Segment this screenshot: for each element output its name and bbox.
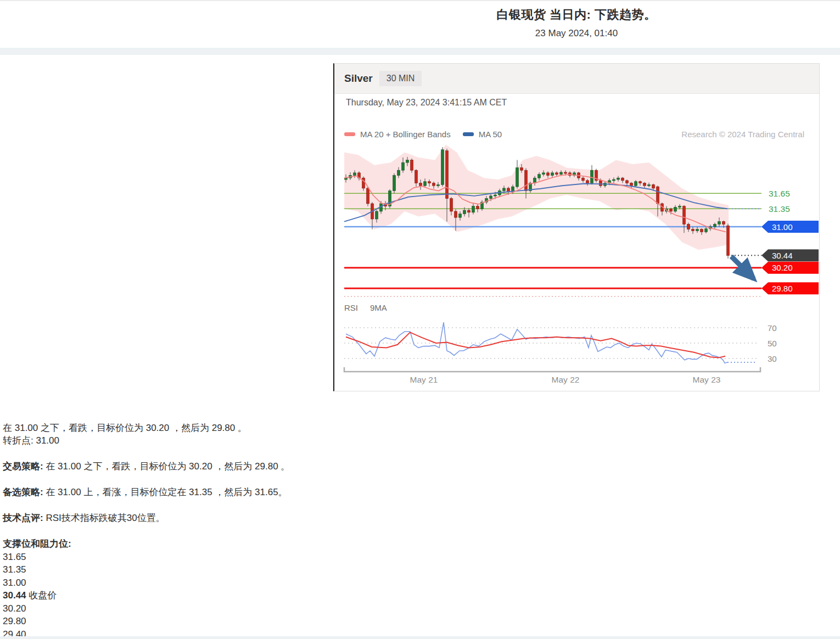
price-chart: 31.6531.3531.0030.4430.2029.80705030May … <box>334 64 821 392</box>
rsi-legend: RSI 9MA <box>344 303 399 312</box>
legend-label: RSI <box>344 303 358 312</box>
level-item-close: 30.44 收盘价 <box>3 589 552 602</box>
interval-badge[interactable]: 30 MIN <box>379 71 422 86</box>
page: 白银现货 当日内: 下跌趋势。 23 May 2024, 01:40 31.65… <box>0 0 840 639</box>
page-title: 白银现货 当日内: 下跌趋势。 <box>333 7 820 23</box>
svg-text:May 23: May 23 <box>693 375 721 384</box>
chart-timestamp: Thursday, May 23, 2024 3:41:15 AM CET <box>346 98 507 108</box>
legend-label: MA 20 + Bollinger Bands <box>360 130 451 139</box>
svg-text:31.00: 31.00 <box>772 222 793 232</box>
ma50-swatch-icon <box>463 132 474 136</box>
svg-text:31.35: 31.35 <box>769 204 790 214</box>
svg-text:30.20: 30.20 <box>772 263 793 272</box>
summary-paragraph: 在 31.00 之下，看跌，目标价位为 30.20 ，然后为 29.80 。转折… <box>3 422 552 447</box>
copyright-text: Research © 2024 Trading Central <box>681 130 804 139</box>
svg-text:30.44: 30.44 <box>772 251 793 260</box>
level-item: 31.00 <box>3 576 552 590</box>
level-item: 31.35 <box>3 563 552 576</box>
svg-text:70: 70 <box>768 323 777 333</box>
trading-strategy: 交易策略: 在 31.00 之下，看跌，目标价位为 30.20 ，然后为 29.… <box>3 460 552 473</box>
level-item: 29.80 <box>3 615 552 628</box>
analysis-text: 在 31.00 之下，看跌，目标价位为 30.20 ，然后为 29.80 。转折… <box>3 422 552 639</box>
technical-comment: 技术点评: RSI技术指标跌破其30位置。 <box>3 512 552 524</box>
chart-card: 31.6531.3531.0030.4430.2029.80705030May … <box>333 63 820 391</box>
svg-text:29.80: 29.80 <box>772 284 793 293</box>
svg-text:May 22: May 22 <box>552 375 580 384</box>
report-header: 白银现货 当日内: 下跌趋势。 23 May 2024, 01:40 <box>333 7 820 39</box>
pivot-line: 转折点: 31.00 <box>3 435 59 446</box>
footer-band <box>0 636 840 639</box>
header-divider <box>0 48 840 55</box>
svg-text:30: 30 <box>768 354 777 363</box>
svg-text:May 21: May 21 <box>410 375 438 384</box>
legend-item-ma20: MA 20 + Bollinger Bands <box>344 130 451 139</box>
legend-item-9ma: 9MA <box>370 303 387 312</box>
svg-text:50: 50 <box>768 339 777 348</box>
alternative-strategy: 备选策略: 在 31.00 上，看涨，目标价位定在 31.35 ，然后为 31.… <box>3 486 552 498</box>
support-resistance-list: 支撑位和阻力位: 31.65 31.35 31.00 30.44 收盘价 30.… <box>3 537 552 639</box>
report-date: 23 May 2024, 01:40 <box>333 28 820 39</box>
legend-item-rsi: RSI <box>344 303 358 312</box>
legend-label: 9MA <box>370 303 387 312</box>
chart-card-header: Silver 30 MIN <box>334 64 819 94</box>
legend-item-ma50: MA 50 <box>463 130 502 139</box>
instrument-name: Silver <box>344 72 373 85</box>
levels-header: 支撑位和阻力位: <box>3 537 552 551</box>
legend-label: MA 50 <box>479 130 502 139</box>
svg-text:31.65: 31.65 <box>769 189 790 198</box>
price-legend: MA 20 + Bollinger Bands MA 50 Research ©… <box>344 130 811 139</box>
level-item: 30.20 <box>3 602 552 615</box>
level-item: 31.65 <box>3 551 552 564</box>
ma20-swatch-icon <box>344 132 355 136</box>
